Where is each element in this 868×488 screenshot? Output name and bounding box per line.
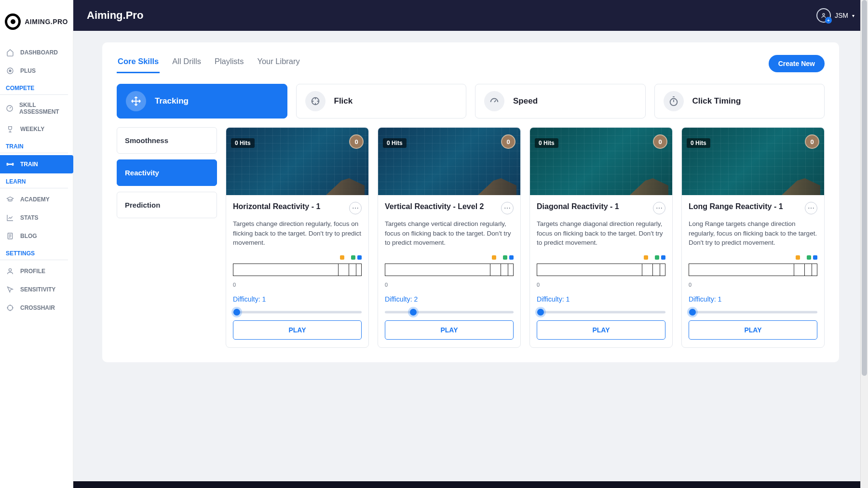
svg-point-8: [8, 305, 13, 311]
skill-label: Flick: [334, 96, 353, 106]
skill-tile-speed[interactable]: Speed: [475, 84, 646, 119]
score-badge: 0: [349, 134, 364, 149]
move-icon: [126, 91, 146, 111]
distribution-zero: 0: [537, 282, 665, 288]
sidebar-item-weekly[interactable]: WEEKLY: [0, 120, 73, 138]
chevron-down-icon: ▾: [852, 13, 854, 18]
difficulty-slider[interactable]: [233, 309, 362, 316]
plus-icon: +: [825, 17, 832, 24]
difficulty-label: Difficulty: 2: [385, 295, 514, 303]
tab-core-skills[interactable]: Core Skills: [117, 54, 160, 73]
score-badge: 0: [653, 134, 667, 149]
sidebar-item-plus[interactable]: PLUS: [0, 62, 73, 80]
user-icon: [6, 267, 14, 276]
sidebar-item-label: BLOG: [20, 233, 37, 239]
drill-thumbnail[interactable]: 0 Hits 0: [378, 128, 520, 195]
svg-point-7: [9, 269, 11, 271]
scrollbar-thumb[interactable]: [862, 0, 867, 376]
logo-text: AIMING.PRO: [25, 18, 68, 26]
logo-icon: [5, 13, 21, 30]
create-new-button[interactable]: Create New: [769, 55, 825, 72]
sidebar-item-label: DASHBOARD: [20, 49, 58, 56]
tab-playlists[interactable]: Playlists: [214, 54, 245, 73]
play-button[interactable]: PLAY: [233, 320, 362, 340]
tab-all-drills[interactable]: All Drills: [171, 54, 202, 73]
skill-label: Speed: [513, 96, 538, 106]
distribution-bar: [537, 264, 665, 276]
subskill-prediction[interactable]: Prediction: [117, 192, 217, 218]
difficulty-slider[interactable]: [537, 309, 665, 316]
drill-thumbnail[interactable]: 0 Hits 0: [530, 128, 672, 195]
sidebar-item-profile[interactable]: PROFILE: [0, 262, 73, 280]
gauge-icon: [6, 104, 14, 113]
difficulty-slider[interactable]: [689, 309, 817, 316]
doc-icon: [6, 232, 14, 240]
sidebar-item-crosshair[interactable]: CROSSHAIR: [0, 299, 73, 317]
user-menu[interactable]: + JSM ▾: [816, 8, 854, 23]
sidebar: AIMING.PRO DASHBOARD PLUS COMPETE SKILL …: [0, 0, 73, 488]
skill-tile-tracking[interactable]: Tracking: [117, 84, 287, 119]
hits-badge: 0 Hits: [687, 138, 710, 148]
gun-illustration: [326, 171, 365, 195]
color-dots: [537, 255, 665, 260]
sidebar-item-dashboard[interactable]: DASHBOARD: [0, 43, 73, 62]
sidebar-item-label: ACADEMY: [20, 196, 50, 203]
sidebar-item-train[interactable]: TRAIN: [0, 155, 73, 173]
scrollbar[interactable]: [860, 0, 868, 488]
more-button[interactable]: ⋯: [653, 202, 665, 214]
more-button[interactable]: ⋯: [805, 202, 817, 214]
difficulty-label: Difficulty: 1: [537, 295, 665, 303]
sidebar-item-academy[interactable]: ACADEMY: [0, 190, 73, 209]
drill-title: Vertical Reactivity - Level 2: [385, 202, 484, 211]
distribution-bar: [233, 264, 362, 276]
sidebar-item-sensitivity[interactable]: SENSITIVITY: [0, 280, 73, 299]
play-button[interactable]: PLAY: [689, 320, 817, 340]
trophy-icon: [6, 125, 14, 133]
nav-heading-train: TRAIN: [0, 138, 68, 153]
difficulty-label: Difficulty: 1: [689, 295, 817, 303]
difficulty-label: Difficulty: 1: [233, 295, 362, 303]
play-button[interactable]: PLAY: [385, 320, 514, 340]
more-button[interactable]: ⋯: [501, 202, 514, 214]
logo[interactable]: AIMING.PRO: [0, 0, 73, 43]
chart-icon: [6, 213, 14, 222]
gun-illustration: [478, 171, 516, 195]
skill-tile-flick[interactable]: Flick: [296, 84, 467, 119]
drill-description: Targets change diagonal direction regula…: [537, 219, 665, 248]
svg-point-1: [9, 70, 11, 72]
sidebar-item-label: PROFILE: [20, 268, 45, 275]
sidebar-item-skill-assessment[interactable]: SKILL ASSESSMENT: [0, 97, 73, 120]
plus-circle-icon: [6, 66, 14, 75]
gun-illustration: [782, 171, 820, 195]
sidebar-item-label: WEEKLY: [20, 126, 44, 132]
sidebar-item-stats[interactable]: STATS: [0, 209, 73, 227]
sidebar-item-label: PLUS: [20, 67, 36, 74]
skill-label: Click Timing: [692, 96, 741, 106]
skill-tile-click-timing[interactable]: Click Timing: [654, 84, 825, 119]
sidebar-item-label: SKILL ASSESSMENT: [19, 102, 67, 115]
drill-thumbnail[interactable]: 0 Hits 0: [682, 128, 824, 195]
nav-heading-learn: LEARN: [0, 173, 68, 188]
play-button[interactable]: PLAY: [537, 320, 665, 340]
sidebar-item-label: CROSSHAIR: [20, 304, 55, 311]
drill-description: Targets change vertical direction regula…: [385, 219, 514, 248]
hits-badge: 0 Hits: [535, 138, 558, 148]
distribution-zero: 0: [233, 282, 362, 288]
drill-title: Long Range Reactivity - 1: [689, 202, 783, 211]
subskill-smoothness[interactable]: Smoothness: [117, 127, 217, 154]
drill-card: 0 Hits 0 Vertical Reactivity - Level 2 ⋯…: [378, 127, 521, 348]
color-dots: [689, 255, 817, 260]
tab-your-library[interactable]: Your Library: [256, 54, 300, 73]
more-button[interactable]: ⋯: [349, 202, 362, 214]
subskill-reactivity[interactable]: Reactivity: [117, 159, 217, 186]
sidebar-item-label: SENSITIVITY: [20, 286, 55, 293]
drill-title: Horizontal Reactivity - 1: [233, 202, 320, 211]
distribution-bar: [385, 264, 514, 276]
sidebar-item-label: STATS: [20, 214, 39, 221]
drill-thumbnail[interactable]: 0 Hits 0: [226, 128, 368, 195]
svg-point-9: [823, 13, 825, 15]
difficulty-slider[interactable]: [385, 309, 514, 316]
hits-badge: 0 Hits: [231, 138, 255, 148]
drill-description: Long Range targets change direction regu…: [689, 219, 817, 248]
sidebar-item-blog[interactable]: BLOG: [0, 227, 73, 245]
